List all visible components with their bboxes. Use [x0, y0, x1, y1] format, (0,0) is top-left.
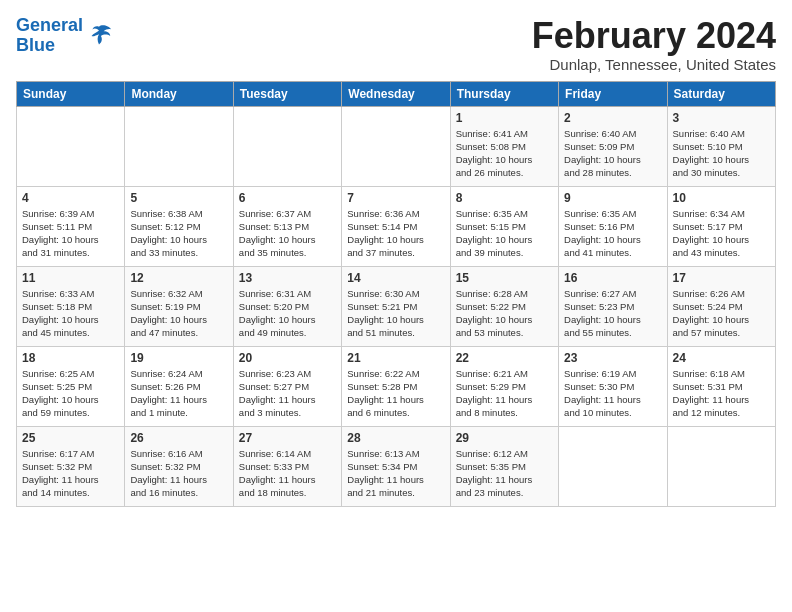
day-number: 24	[673, 351, 770, 365]
day-info: Sunrise: 6:23 AM Sunset: 5:27 PM Dayligh…	[239, 367, 336, 420]
calendar-cell: 16Sunrise: 6:27 AM Sunset: 5:23 PM Dayli…	[559, 266, 667, 346]
day-number: 16	[564, 271, 661, 285]
calendar-cell: 18Sunrise: 6:25 AM Sunset: 5:25 PM Dayli…	[17, 346, 125, 426]
day-info: Sunrise: 6:27 AM Sunset: 5:23 PM Dayligh…	[564, 287, 661, 340]
day-info: Sunrise: 6:39 AM Sunset: 5:11 PM Dayligh…	[22, 207, 119, 260]
calendar-cell	[17, 106, 125, 186]
day-number: 10	[673, 191, 770, 205]
day-info: Sunrise: 6:31 AM Sunset: 5:20 PM Dayligh…	[239, 287, 336, 340]
calendar-cell: 20Sunrise: 6:23 AM Sunset: 5:27 PM Dayli…	[233, 346, 341, 426]
day-info: Sunrise: 6:12 AM Sunset: 5:35 PM Dayligh…	[456, 447, 553, 500]
calendar-cell: 14Sunrise: 6:30 AM Sunset: 5:21 PM Dayli…	[342, 266, 450, 346]
day-header-thursday: Thursday	[450, 81, 558, 106]
page-header: General Blue February 2024 Dunlap, Tenne…	[16, 16, 776, 73]
calendar-cell: 8Sunrise: 6:35 AM Sunset: 5:15 PM Daylig…	[450, 186, 558, 266]
logo-text: General Blue	[16, 16, 83, 56]
day-number: 17	[673, 271, 770, 285]
day-number: 4	[22, 191, 119, 205]
day-info: Sunrise: 6:19 AM Sunset: 5:30 PM Dayligh…	[564, 367, 661, 420]
day-number: 2	[564, 111, 661, 125]
calendar-cell: 21Sunrise: 6:22 AM Sunset: 5:28 PM Dayli…	[342, 346, 450, 426]
day-info: Sunrise: 6:37 AM Sunset: 5:13 PM Dayligh…	[239, 207, 336, 260]
day-info: Sunrise: 6:38 AM Sunset: 5:12 PM Dayligh…	[130, 207, 227, 260]
logo-line2: Blue	[16, 35, 55, 55]
day-number: 15	[456, 271, 553, 285]
day-info: Sunrise: 6:22 AM Sunset: 5:28 PM Dayligh…	[347, 367, 444, 420]
calendar-week-row: 1Sunrise: 6:41 AM Sunset: 5:08 PM Daylig…	[17, 106, 776, 186]
calendar-cell: 23Sunrise: 6:19 AM Sunset: 5:30 PM Dayli…	[559, 346, 667, 426]
day-info: Sunrise: 6:40 AM Sunset: 5:09 PM Dayligh…	[564, 127, 661, 180]
day-info: Sunrise: 6:14 AM Sunset: 5:33 PM Dayligh…	[239, 447, 336, 500]
day-number: 26	[130, 431, 227, 445]
day-header-saturday: Saturday	[667, 81, 775, 106]
day-info: Sunrise: 6:35 AM Sunset: 5:15 PM Dayligh…	[456, 207, 553, 260]
day-info: Sunrise: 6:33 AM Sunset: 5:18 PM Dayligh…	[22, 287, 119, 340]
calendar-week-row: 4Sunrise: 6:39 AM Sunset: 5:11 PM Daylig…	[17, 186, 776, 266]
day-info: Sunrise: 6:18 AM Sunset: 5:31 PM Dayligh…	[673, 367, 770, 420]
day-number: 22	[456, 351, 553, 365]
calendar-cell: 9Sunrise: 6:35 AM Sunset: 5:16 PM Daylig…	[559, 186, 667, 266]
day-info: Sunrise: 6:40 AM Sunset: 5:10 PM Dayligh…	[673, 127, 770, 180]
calendar-cell: 3Sunrise: 6:40 AM Sunset: 5:10 PM Daylig…	[667, 106, 775, 186]
day-number: 19	[130, 351, 227, 365]
day-info: Sunrise: 6:26 AM Sunset: 5:24 PM Dayligh…	[673, 287, 770, 340]
day-info: Sunrise: 6:36 AM Sunset: 5:14 PM Dayligh…	[347, 207, 444, 260]
day-number: 6	[239, 191, 336, 205]
calendar-cell	[667, 426, 775, 506]
calendar-cell: 11Sunrise: 6:33 AM Sunset: 5:18 PM Dayli…	[17, 266, 125, 346]
calendar-cell: 28Sunrise: 6:13 AM Sunset: 5:34 PM Dayli…	[342, 426, 450, 506]
day-number: 20	[239, 351, 336, 365]
calendar-cell: 1Sunrise: 6:41 AM Sunset: 5:08 PM Daylig…	[450, 106, 558, 186]
day-number: 3	[673, 111, 770, 125]
day-info: Sunrise: 6:24 AM Sunset: 5:26 PM Dayligh…	[130, 367, 227, 420]
calendar-cell: 6Sunrise: 6:37 AM Sunset: 5:13 PM Daylig…	[233, 186, 341, 266]
calendar-cell: 26Sunrise: 6:16 AM Sunset: 5:32 PM Dayli…	[125, 426, 233, 506]
day-number: 12	[130, 271, 227, 285]
day-number: 9	[564, 191, 661, 205]
day-number: 21	[347, 351, 444, 365]
calendar-week-row: 25Sunrise: 6:17 AM Sunset: 5:32 PM Dayli…	[17, 426, 776, 506]
day-number: 11	[22, 271, 119, 285]
day-number: 1	[456, 111, 553, 125]
calendar-cell	[559, 426, 667, 506]
day-number: 14	[347, 271, 444, 285]
calendar-week-row: 18Sunrise: 6:25 AM Sunset: 5:25 PM Dayli…	[17, 346, 776, 426]
calendar-cell: 12Sunrise: 6:32 AM Sunset: 5:19 PM Dayli…	[125, 266, 233, 346]
day-info: Sunrise: 6:41 AM Sunset: 5:08 PM Dayligh…	[456, 127, 553, 180]
calendar-title: February 2024	[532, 16, 776, 56]
day-header-wednesday: Wednesday	[342, 81, 450, 106]
calendar-cell	[125, 106, 233, 186]
calendar-header-row: SundayMondayTuesdayWednesdayThursdayFrid…	[17, 81, 776, 106]
calendar-cell: 4Sunrise: 6:39 AM Sunset: 5:11 PM Daylig…	[17, 186, 125, 266]
calendar-cell: 19Sunrise: 6:24 AM Sunset: 5:26 PM Dayli…	[125, 346, 233, 426]
calendar-cell: 17Sunrise: 6:26 AM Sunset: 5:24 PM Dayli…	[667, 266, 775, 346]
calendar-cell: 7Sunrise: 6:36 AM Sunset: 5:14 PM Daylig…	[342, 186, 450, 266]
day-info: Sunrise: 6:32 AM Sunset: 5:19 PM Dayligh…	[130, 287, 227, 340]
calendar-cell: 29Sunrise: 6:12 AM Sunset: 5:35 PM Dayli…	[450, 426, 558, 506]
day-number: 7	[347, 191, 444, 205]
calendar-cell: 27Sunrise: 6:14 AM Sunset: 5:33 PM Dayli…	[233, 426, 341, 506]
day-number: 28	[347, 431, 444, 445]
calendar-cell: 22Sunrise: 6:21 AM Sunset: 5:29 PM Dayli…	[450, 346, 558, 426]
day-number: 5	[130, 191, 227, 205]
day-number: 25	[22, 431, 119, 445]
calendar-cell: 24Sunrise: 6:18 AM Sunset: 5:31 PM Dayli…	[667, 346, 775, 426]
calendar-cell: 10Sunrise: 6:34 AM Sunset: 5:17 PM Dayli…	[667, 186, 775, 266]
day-info: Sunrise: 6:28 AM Sunset: 5:22 PM Dayligh…	[456, 287, 553, 340]
logo: General Blue	[16, 16, 113, 56]
calendar-cell: 25Sunrise: 6:17 AM Sunset: 5:32 PM Dayli…	[17, 426, 125, 506]
calendar-subtitle: Dunlap, Tennessee, United States	[532, 56, 776, 73]
calendar-cell: 2Sunrise: 6:40 AM Sunset: 5:09 PM Daylig…	[559, 106, 667, 186]
day-info: Sunrise: 6:21 AM Sunset: 5:29 PM Dayligh…	[456, 367, 553, 420]
day-number: 27	[239, 431, 336, 445]
calendar-cell: 5Sunrise: 6:38 AM Sunset: 5:12 PM Daylig…	[125, 186, 233, 266]
logo-line1: General	[16, 15, 83, 35]
day-header-sunday: Sunday	[17, 81, 125, 106]
day-header-monday: Monday	[125, 81, 233, 106]
day-header-tuesday: Tuesday	[233, 81, 341, 106]
logo-bird-icon	[85, 22, 113, 50]
calendar-cell: 15Sunrise: 6:28 AM Sunset: 5:22 PM Dayli…	[450, 266, 558, 346]
day-number: 13	[239, 271, 336, 285]
day-number: 29	[456, 431, 553, 445]
day-number: 8	[456, 191, 553, 205]
